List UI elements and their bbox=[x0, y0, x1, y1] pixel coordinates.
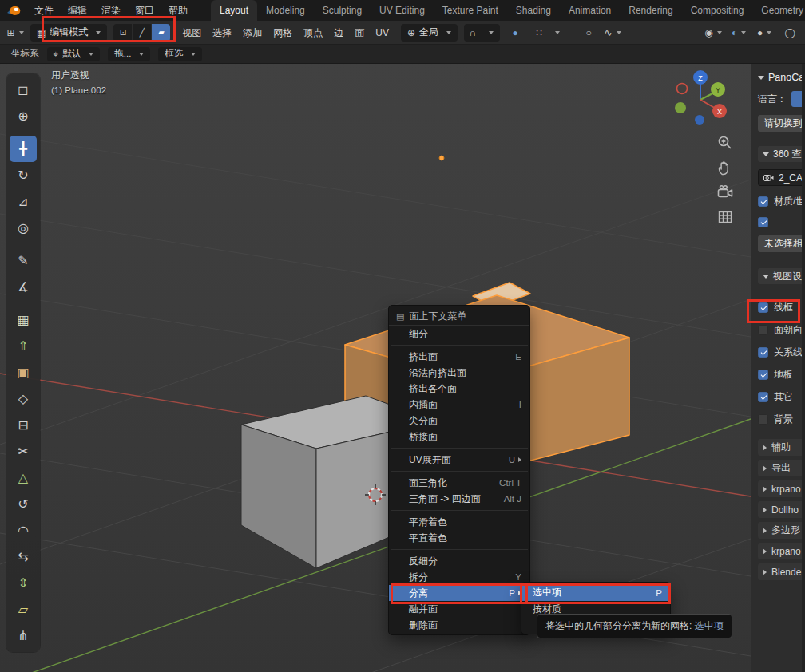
menubar-item[interactable]: 编辑 bbox=[61, 0, 94, 21]
collapsed-section[interactable]: Blende bbox=[758, 563, 805, 580]
snap-dropdown-button[interactable] bbox=[482, 24, 500, 42]
edge-select-mode-button[interactable]: ╱ bbox=[133, 24, 151, 42]
loop-cut-tool[interactable]: ⊟ bbox=[10, 412, 37, 438]
smooth-tool[interactable]: ◠ bbox=[10, 517, 37, 544]
zoom-button[interactable] bbox=[715, 132, 736, 153]
snap-target-button[interactable]: ∷ bbox=[530, 24, 548, 42]
proportional-toggle-button[interactable]: ● bbox=[506, 24, 524, 42]
context-menu-item[interactable]: 平直着色 bbox=[389, 530, 529, 546]
cursor-tool[interactable]: ⊕ bbox=[10, 103, 37, 129]
context-menu-item[interactable]: UV展开面 U bbox=[389, 452, 529, 468]
view-option-checkbox[interactable]: 面朝向 bbox=[758, 322, 805, 337]
shading-render-button[interactable]: ◯ bbox=[781, 24, 799, 42]
collapsed-section[interactable]: krpano bbox=[758, 543, 805, 559]
workspace-tab[interactable]: Sculpting bbox=[314, 0, 371, 21]
context-menu-item[interactable]: 分离 P bbox=[389, 585, 529, 601]
checkbox[interactable] bbox=[758, 196, 768, 207]
context-menu-item[interactable]: 面三角化 Ctrl T bbox=[389, 475, 529, 491]
context-menu-item[interactable]: 删除面 bbox=[389, 617, 529, 633]
orientation-dropdown[interactable]: ⊕ 全局 bbox=[401, 24, 458, 42]
collapsed-section[interactable]: 多边形 bbox=[758, 522, 805, 539]
rip-region-tool[interactable]: ⋔ bbox=[10, 623, 37, 649]
vertex-select-mode-button[interactable]: ⊡ bbox=[113, 24, 132, 42]
context-menu-item[interactable]: 沿法向挤出面 bbox=[389, 365, 529, 381]
view-option-checkbox[interactable]: 线框 bbox=[758, 300, 805, 314]
workspace-tab[interactable]: Shading bbox=[507, 0, 560, 21]
shear-tool[interactable]: ▱ bbox=[10, 596, 37, 623]
move-tool[interactable]: ╋ bbox=[10, 136, 37, 162]
menubar-item[interactable]: 窗口 bbox=[128, 0, 161, 21]
view-option-checkbox[interactable]: 背景 bbox=[758, 412, 805, 426]
snap-target-dropdown-button[interactable] bbox=[549, 24, 566, 42]
sidebar-scrollbar[interactable] bbox=[802, 64, 805, 672]
context-menu-item[interactable]: 拆分 Y bbox=[389, 569, 529, 585]
falloff-dropdown-button[interactable]: ∿ bbox=[604, 24, 621, 42]
add-cube-tool[interactable]: ▦ bbox=[10, 306, 37, 333]
workspace-tab[interactable]: Modeling bbox=[257, 0, 314, 21]
view-option-checkbox[interactable]: 其它 bbox=[758, 389, 805, 404]
workspace-tab[interactable]: Texture Paint bbox=[434, 0, 507, 21]
select-box-tool[interactable]: ◻ bbox=[10, 77, 37, 103]
context-menu-item[interactable] bbox=[391, 510, 528, 511]
section-360-header[interactable]: 360 查 bbox=[758, 146, 805, 162]
collapsed-section[interactable]: 导出 bbox=[758, 460, 805, 476]
context-menu-item[interactable]: 挤出面 E bbox=[389, 349, 529, 365]
menubar-item[interactable]: 渲染 bbox=[94, 0, 128, 21]
context-menu-item[interactable]: 尖分面 bbox=[389, 413, 529, 429]
drag-dropdown[interactable]: 拖... bbox=[108, 47, 150, 61]
viewport-menu-item[interactable]: 网格 bbox=[268, 21, 298, 45]
shrink-fatten-tool[interactable]: ⇕ bbox=[10, 570, 37, 596]
viewport-menu-item[interactable]: 边 bbox=[328, 21, 349, 45]
shading-solid-button[interactable]: ◐ bbox=[730, 24, 748, 42]
viewport-menu-item[interactable]: 视图 bbox=[176, 21, 207, 45]
collapsed-section[interactable]: krpano bbox=[758, 480, 805, 497]
edge-slide-tool[interactable]: ⇆ bbox=[10, 544, 37, 570]
checkbox[interactable] bbox=[758, 392, 768, 402]
scale-tool[interactable]: ⊿ bbox=[10, 188, 37, 215]
proportional-editing-button[interactable]: ○ bbox=[580, 24, 597, 42]
workspace-tab[interactable]: Layout bbox=[211, 0, 257, 21]
context-menu-item[interactable] bbox=[391, 471, 528, 472]
blender-logo-icon[interactable] bbox=[6, 4, 22, 17]
checkbox[interactable] bbox=[758, 325, 768, 335]
viewport-menu-item[interactable]: 面 bbox=[349, 21, 370, 45]
context-menu-item[interactable]: 内插面 I bbox=[389, 397, 529, 413]
editor-type-button[interactable]: ⊞ bbox=[6, 24, 24, 42]
bevel-tool[interactable]: ◇ bbox=[10, 385, 37, 412]
overlays-dropdown-button[interactable]: ◉ bbox=[704, 24, 722, 42]
workspace-tab[interactable]: Rendering bbox=[620, 0, 681, 21]
panel-header-panocam[interactable]: PanoCam bbox=[758, 69, 805, 86]
menubar-item[interactable]: 帮助 bbox=[161, 0, 195, 21]
section-viewport-settings-header[interactable]: 视图设 bbox=[758, 268, 805, 284]
material-world-checkbox[interactable]: 材质/世 bbox=[758, 194, 805, 208]
context-menu-item[interactable]: 三角面 -> 四边面 Alt J bbox=[389, 491, 529, 507]
workspace-tab[interactable]: Compositing bbox=[682, 0, 753, 21]
grid-ortho-button[interactable] bbox=[715, 207, 736, 227]
snap-magnet-button[interactable]: ∩ bbox=[464, 24, 482, 42]
viewport-menu-item[interactable]: UV bbox=[370, 21, 395, 45]
pan-hand-button[interactable] bbox=[715, 157, 736, 178]
face-select-mode-button[interactable]: ▰ bbox=[152, 24, 170, 42]
spin-tool[interactable]: ↺ bbox=[10, 491, 37, 517]
workspace-tab[interactable]: Animation bbox=[560, 0, 620, 21]
view-option-checkbox[interactable]: 地板 bbox=[758, 367, 805, 381]
coord-system-dropdown[interactable]: ⌖ 默认 bbox=[47, 47, 101, 61]
viewport-menu-item[interactable]: 添加 bbox=[237, 21, 268, 45]
checkbox[interactable] bbox=[758, 302, 768, 313]
checkbox[interactable] bbox=[758, 217, 768, 227]
context-menu-item[interactable]: 挤出各个面 bbox=[389, 381, 529, 397]
checkbox[interactable] bbox=[758, 370, 768, 380]
switch-object-button[interactable]: 请切换到对 bbox=[758, 115, 805, 132]
collapsed-section[interactable]: Dollho bbox=[758, 501, 805, 518]
shading-material-button[interactable]: ● bbox=[755, 24, 773, 42]
navigation-gizmo[interactable]: Z Y X bbox=[671, 67, 733, 129]
view-option-checkbox[interactable]: 关系线 bbox=[758, 345, 805, 359]
context-menu-item[interactable]: 细分 bbox=[389, 326, 529, 342]
context-menu-item[interactable]: 融并面 bbox=[389, 601, 529, 617]
extrude-region-tool[interactable]: ⇑ bbox=[10, 333, 37, 359]
checkbox[interactable] bbox=[758, 347, 768, 358]
workspace-tab[interactable]: Geometry Nodes bbox=[752, 0, 805, 21]
collapsed-section[interactable]: 辅助 bbox=[758, 439, 805, 456]
checkbox[interactable] bbox=[758, 414, 768, 425]
workspace-tab[interactable]: UV Editing bbox=[371, 0, 434, 21]
